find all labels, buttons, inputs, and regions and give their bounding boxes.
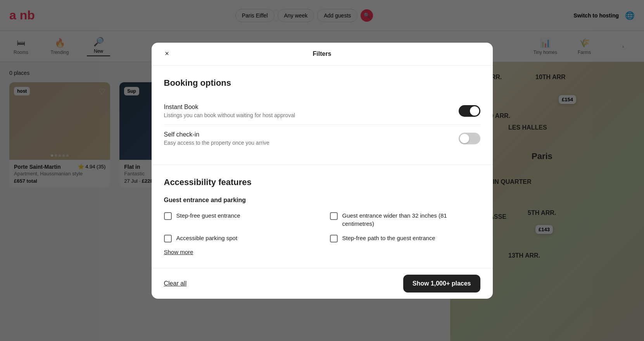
show-places-button[interactable]: Show 1,000+ places — [403, 275, 480, 293]
step-free-path-item[interactable]: Step-free path to the guest entrance — [330, 234, 480, 242]
entrance-wider-checkbox[interactable] — [330, 212, 338, 220]
self-checkin-name: Self check-in — [164, 131, 269, 138]
instant-book-toggle[interactable]: ✓ — [459, 105, 480, 117]
accessibility-section: Accessibility features Guest entrance an… — [152, 165, 493, 268]
self-checkin-row: Self check-in Easy access to the propert… — [164, 125, 480, 152]
accessible-parking-label: Accessible parking spot — [176, 234, 238, 242]
instant-book-row: Instant Book Listings you can book witho… — [164, 97, 480, 125]
self-checkin-text: Self check-in Easy access to the propert… — [164, 131, 269, 146]
entrance-wider-item[interactable]: Guest entrance wider than 32 inches (81 … — [330, 211, 480, 228]
toggle-check-icon: ✓ — [474, 108, 478, 114]
instant-book-text: Instant Book Listings you can book witho… — [164, 104, 295, 118]
booking-options-title: Booking options — [164, 78, 480, 88]
guest-entrance-subsection: Guest entrance and parking — [164, 197, 480, 204]
close-button[interactable]: × — [161, 48, 173, 60]
toggle-slider-off — [459, 133, 480, 144]
modal-header: × Filters — [152, 43, 493, 66]
self-checkin-desc: Easy access to the property once you arr… — [164, 140, 269, 146]
step-free-entrance-label: Step-free guest entrance — [176, 211, 240, 220]
self-checkin-toggle[interactable] — [459, 133, 480, 144]
step-free-entrance-checkbox[interactable] — [164, 212, 172, 220]
instant-book-desc: Listings you can book without waiting fo… — [164, 112, 295, 118]
accessible-parking-item[interactable]: Accessible parking spot — [164, 234, 314, 242]
accessibility-title: Accessibility features — [164, 177, 480, 187]
accessible-parking-checkbox[interactable] — [164, 235, 172, 242]
modal-body[interactable]: Booking options Instant Book Listings yo… — [152, 66, 493, 268]
filters-modal: × Filters Booking options Instant Book L… — [152, 43, 493, 299]
clear-all-button[interactable]: Clear all — [164, 280, 187, 287]
booking-options-section: Booking options Instant Book Listings yo… — [152, 66, 493, 165]
step-free-entrance-item[interactable]: Step-free guest entrance — [164, 211, 314, 228]
step-free-path-checkbox[interactable] — [330, 235, 338, 242]
modal-title: Filters — [313, 50, 331, 57]
show-more-button[interactable]: Show more — [164, 249, 193, 255]
modal-footer: Clear all Show 1,000+ places — [152, 268, 493, 299]
instant-book-name: Instant Book — [164, 104, 295, 111]
accessibility-checkboxes: Step-free guest entrance Guest entrance … — [164, 211, 480, 242]
entrance-wider-label: Guest entrance wider than 32 inches (81 … — [342, 211, 480, 228]
step-free-path-label: Step-free path to the guest entrance — [342, 234, 435, 242]
